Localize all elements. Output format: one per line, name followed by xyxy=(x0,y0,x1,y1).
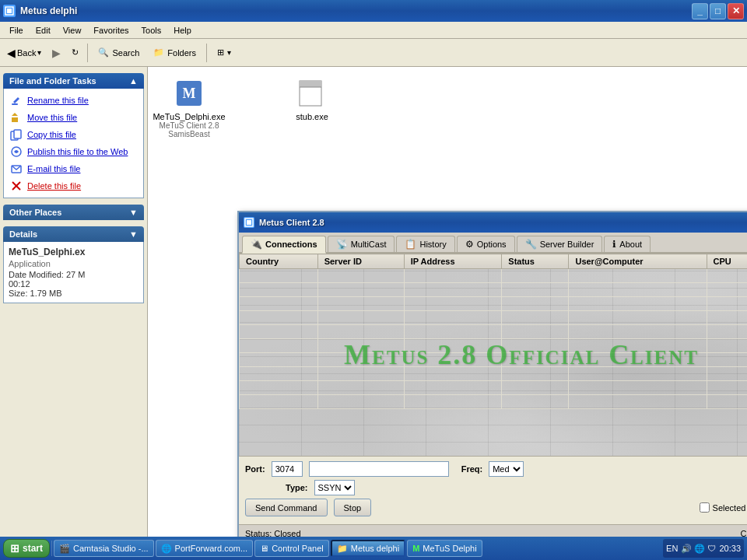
selected-servers-row: Selected Servers Only xyxy=(700,502,747,513)
stop-button[interactable]: Stop xyxy=(334,499,372,516)
table-header-row: Country Server ID IP Address Status User… xyxy=(240,254,748,269)
col-cpu: CPU xyxy=(707,254,747,269)
forward-button[interactable]: ▶ xyxy=(48,44,65,62)
tab-multicast[interactable]: 📡 MultiCast xyxy=(328,236,395,252)
taskbar-item-metusdelphi[interactable]: 📁 Metus delphi xyxy=(331,540,405,557)
menu-favorites[interactable]: Favorites xyxy=(87,24,135,37)
selected-servers-checkbox[interactable] xyxy=(700,502,710,513)
folders-button[interactable]: 📁 Folders xyxy=(148,44,202,61)
type-label: Type: xyxy=(286,483,308,492)
refresh-button[interactable]: ↻ xyxy=(68,44,82,61)
dialog-titlebar: Metus Client 2.8 _ □ ✕ xyxy=(239,212,747,233)
dialog-footer: Port: Freq: Med Low High Type: SS xyxy=(239,456,747,524)
controlpanel-icon: 🖥 xyxy=(260,544,268,553)
details-time: 00:12 xyxy=(9,279,139,289)
send-command-button[interactable]: Send Command xyxy=(245,499,328,516)
tab-connections[interactable]: 🔌 Connections xyxy=(242,236,326,254)
taskbar-item-metusdelphi2[interactable]: M MeTuS Delphi xyxy=(407,540,482,557)
search-button[interactable]: 🔍 Search xyxy=(93,44,145,61)
xp-window: Metus delphi _ □ ✕ File Edit View Favori… xyxy=(0,0,747,560)
toolbar-separator-2 xyxy=(206,44,207,62)
server-builder-tab-icon: 🔧 xyxy=(525,239,537,250)
metus-dialog[interactable]: Metus Client 2.8 _ □ ✕ 🔌 Connections 📡 xyxy=(237,211,747,538)
back-dropdown-icon[interactable]: ▾ xyxy=(37,48,41,57)
freq-label: Freq: xyxy=(461,464,483,474)
svg-rect-2 xyxy=(12,103,18,105)
port-input[interactable] xyxy=(272,461,303,477)
svg-rect-3 xyxy=(12,117,18,122)
delete-icon xyxy=(10,180,23,192)
view-button[interactable]: ⊞ ▾ xyxy=(212,44,237,61)
stub-exe-icon xyxy=(296,78,328,109)
collapse-icon: ▲ xyxy=(129,76,138,86)
start-label: start xyxy=(23,543,43,554)
taskbar: ⊞ start 🎬 Camtasia Studio -... 🌐 PortFor… xyxy=(0,537,747,560)
selected-servers-label: Selected Servers Only xyxy=(713,503,747,513)
copy-task[interactable]: Copy this file xyxy=(7,126,140,143)
view-icon: ⊞ xyxy=(217,47,224,58)
toolbar-separator-1 xyxy=(87,44,88,62)
details-type: Application xyxy=(9,259,139,268)
menu-edit[interactable]: Edit xyxy=(30,24,57,37)
tab-options[interactable]: ⚙ Options xyxy=(457,236,515,252)
footer-row-1: Port: Freq: Med Low High xyxy=(245,461,747,477)
port-command-input[interactable] xyxy=(309,461,449,477)
delete-task[interactable]: Delete this file xyxy=(7,177,140,194)
taskbar-item-controlpanel[interactable]: 🖥 Control Panel xyxy=(254,540,329,557)
taskbar-tray: EN 🔊 🌐 🛡 20:33 xyxy=(663,539,744,558)
camtasia-icon: 🎬 xyxy=(59,544,70,554)
connections-tab-label: Connections xyxy=(265,240,317,249)
start-button[interactable]: ⊞ start xyxy=(3,539,50,558)
file-tasks-header[interactable]: File and Folder Tasks ▲ xyxy=(3,73,144,89)
move-icon xyxy=(10,111,23,124)
metusdelphi-icon: 📁 xyxy=(337,544,348,554)
view-dropdown-icon[interactable]: ▾ xyxy=(227,48,231,57)
email-label: E-mail this file xyxy=(27,164,80,173)
dialog-title: Metus Client 2.8 xyxy=(259,218,747,227)
menu-help[interactable]: Help xyxy=(167,24,198,37)
other-places-header[interactable]: Other Places ▼ xyxy=(3,205,144,220)
close-button[interactable]: ✕ xyxy=(728,3,744,19)
details-modified: Date Modified: 27 M xyxy=(9,270,139,279)
file-item-metus[interactable]: M MeTuS_Delphi.exe MeTuS Client 2.8 Sami… xyxy=(154,73,224,143)
details-header[interactable]: Details ▼ xyxy=(3,226,144,242)
tab-history[interactable]: 📋 History xyxy=(396,236,454,252)
menubar: File Edit View Favorites Tools Help xyxy=(0,22,747,39)
camtasia-label: Camtasia Studio -... xyxy=(73,544,149,553)
footer-buttons: Send Command Stop xyxy=(245,499,371,516)
svg-rect-1 xyxy=(7,9,12,13)
back-arrow-icon: ◀ xyxy=(7,47,16,59)
toolbar: ◀ Back ▾ ▶ ↻ 🔍 Search 📁 Folders ⊞ ▾ xyxy=(0,39,747,67)
move-task[interactable]: Move this file xyxy=(7,109,140,126)
file-tasks-section: File and Folder Tasks ▲ Rename this file xyxy=(3,73,144,198)
rename-icon xyxy=(10,94,23,107)
sidebar: File and Folder Tasks ▲ Rename this file xyxy=(0,67,148,538)
file-tasks-body: Rename this file Move this file Copy thi… xyxy=(3,89,144,198)
tab-about[interactable]: ℹ About xyxy=(604,236,651,252)
type-select[interactable]: SSYN UDP HTTP xyxy=(314,480,355,495)
publish-task[interactable]: Publish this file to the Web xyxy=(7,143,140,160)
main-content: File and Folder Tasks ▲ Rename this file xyxy=(0,67,747,538)
details-section: Details ▼ MeTuS_Delphi.ex Application Da… xyxy=(3,226,144,303)
menu-file[interactable]: File xyxy=(3,24,30,37)
tab-server-builder[interactable]: 🔧 Server Builder xyxy=(517,236,603,252)
maximize-button[interactable]: □ xyxy=(710,3,726,19)
windows-logo-icon: ⊞ xyxy=(10,542,19,555)
search-icon: 🔍 xyxy=(98,47,109,58)
taskbar-item-camtasia[interactable]: 🎬 Camtasia Studio -... xyxy=(54,540,154,557)
language-indicator: EN xyxy=(666,544,678,553)
details-title-label: Details xyxy=(9,229,37,239)
menu-tools[interactable]: Tools xyxy=(135,24,168,37)
file-item-stub[interactable]: stub.exe xyxy=(277,73,347,143)
metusdelphi2-label: MeTuS Delphi xyxy=(423,544,476,553)
table-row xyxy=(240,269,748,283)
rename-task[interactable]: Rename this file xyxy=(7,92,140,109)
back-button[interactable]: ◀ Back ▾ xyxy=(3,44,45,62)
portforward-icon: 🌐 xyxy=(161,544,172,554)
freq-select[interactable]: Med Low High xyxy=(489,461,524,477)
minimize-button[interactable]: _ xyxy=(692,3,708,19)
table-row xyxy=(240,283,748,297)
menu-view[interactable]: View xyxy=(57,24,88,37)
email-task[interactable]: E-mail this file xyxy=(7,160,140,177)
taskbar-item-portforward[interactable]: 🌐 PortForward.com... xyxy=(156,540,254,557)
